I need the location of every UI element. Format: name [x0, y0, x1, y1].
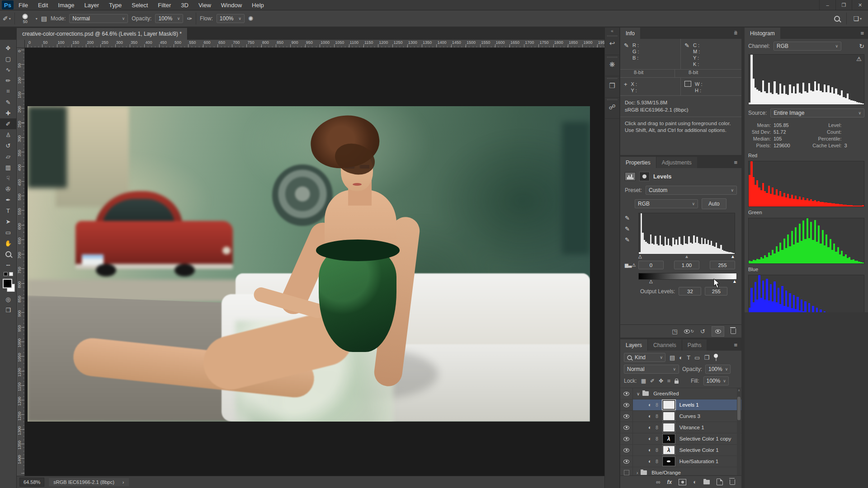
filter-type-layers-icon[interactable]: T: [687, 354, 690, 361]
layer-visibility-cell[interactable]: [620, 422, 633, 433]
blend-mode-select[interactable]: Normal∨: [69, 14, 128, 23]
eye-icon[interactable]: [623, 460, 629, 464]
histogram-channel-select[interactable]: RGB∨: [774, 42, 841, 51]
wheel-panel-icon[interactable]: ❋: [609, 61, 615, 69]
eye-icon[interactable]: [623, 426, 629, 430]
zoom-level-field[interactable]: 64.58%: [19, 478, 44, 487]
eye-icon[interactable]: [623, 448, 629, 452]
wheel-panel-icon-cell[interactable]: ❋: [605, 55, 619, 76]
clone-source-panel-icon-cell[interactable]: ☍: [605, 98, 619, 119]
lock-transparency-icon[interactable]: ▦: [641, 378, 646, 384]
levels-preset-select[interactable]: Custom∨: [646, 186, 737, 195]
color-swatches[interactable]: [0, 278, 16, 294]
airbrush-icon[interactable]: ✺: [248, 15, 254, 22]
layer-row-green-red[interactable]: ∨Green/Red: [620, 388, 741, 399]
workspace-icon[interactable]: ❏▾: [853, 15, 862, 22]
pressure-opacity-icon[interactable]: ✑: [187, 15, 192, 22]
panel-menu-icon[interactable]: ≡: [734, 159, 738, 166]
layer-row-selective-color-1-copy[interactable]: ◐8λSelective Color 1 copy: [620, 433, 741, 445]
more-tools-ellipsis[interactable]: •••: [0, 259, 16, 270]
status-chevron-icon[interactable]: ›: [123, 479, 124, 485]
link-layers-icon[interactable]: ∞: [656, 479, 660, 485]
close-button[interactable]: ✕: [852, 0, 868, 10]
expand-panels-icon[interactable]: «: [605, 28, 619, 34]
hand-tool[interactable]: ✋: [0, 238, 16, 249]
new-group-icon[interactable]: [703, 480, 710, 484]
crop-tool[interactable]: ⌗: [0, 86, 16, 97]
spot-healing-brush-tool[interactable]: ✚: [0, 108, 16, 118]
foreground-color-swatch[interactable]: [3, 279, 12, 288]
layer-row-hue-saturation-1[interactable]: ◐8Hue/Saturation 1: [620, 456, 741, 467]
path-selection-tool[interactable]: ➤: [0, 216, 16, 227]
eye-icon[interactable]: [623, 403, 629, 407]
reset-adjustment-icon[interactable]: ↺: [700, 328, 705, 335]
libraries-panel-icon-cell[interactable]: ❐: [605, 76, 619, 98]
layer-name[interactable]: Selective Color 1: [679, 447, 719, 453]
layer-name[interactable]: Vibrance 1: [679, 425, 704, 430]
smudge-tool[interactable]: ☟: [0, 173, 16, 183]
menu-file[interactable]: File: [14, 0, 33, 10]
output-white-slider[interactable]: ▲: [732, 279, 737, 284]
layer-name[interactable]: Blue/Orange: [651, 470, 681, 475]
layers-scrollbar[interactable]: ∧ ∨: [737, 388, 741, 479]
layer-row-body[interactable]: ◐8λSelective Color 1: [633, 445, 741, 455]
flow-select[interactable]: 100%∨: [217, 14, 245, 23]
menu-3d[interactable]: 3D: [176, 0, 193, 10]
layer-mask-thumbnail[interactable]: [663, 423, 675, 432]
brush-tool-icon[interactable]: ✐▾: [3, 15, 11, 22]
restore-button[interactable]: ❐: [835, 0, 852, 10]
libraries-panel-icon[interactable]: ❐: [609, 82, 615, 90]
layer-style-icon[interactable]: fx: [667, 479, 672, 485]
chevron-down-icon[interactable]: ∨: [637, 391, 640, 396]
menu-window[interactable]: Window: [216, 0, 247, 10]
toggle-visibility-icon[interactable]: [712, 326, 724, 337]
layer-mask-thumbnail[interactable]: [663, 457, 675, 466]
layer-mask-icon[interactable]: [639, 172, 650, 181]
document-profile-status[interactable]: sRGB IEC61966-2.1 (8bpc)›: [49, 478, 128, 486]
menu-edit[interactable]: Edit: [33, 0, 53, 10]
history-panel-icon-cell[interactable]: ↩: [605, 34, 619, 55]
chevron-down-icon[interactable]: ▾: [36, 17, 38, 21]
layer-visibility-cell[interactable]: [620, 456, 633, 467]
gradient-tool[interactable]: ▥: [0, 162, 16, 173]
dodge-tool[interactable]: ✇: [0, 183, 16, 194]
layer-row-vibrance-1[interactable]: ◐8Vibrance 1: [620, 422, 741, 433]
rectangle-tool[interactable]: ▭: [0, 227, 16, 238]
visibility-checkbox[interactable]: [624, 470, 629, 475]
levels-channel-select[interactable]: RGB∨: [635, 199, 698, 208]
tab-properties[interactable]: Properties: [620, 157, 656, 168]
rectangular-marquee-tool[interactable]: ▢: [0, 53, 16, 64]
menu-help[interactable]: Help: [247, 0, 269, 10]
white-point-eyedropper-icon[interactable]: ✎: [625, 236, 638, 243]
type-tool[interactable]: T: [0, 205, 16, 216]
output-black-slider[interactable]: △: [649, 279, 653, 284]
layer-name[interactable]: Selective Color 1 copy: [679, 436, 731, 441]
refresh-histogram-icon[interactable]: ↻: [859, 42, 864, 50]
layer-mask-thumbnail[interactable]: λ: [663, 446, 675, 455]
delete-layer-icon[interactable]: [730, 479, 735, 485]
scrollbar-thumb[interactable]: [737, 397, 741, 420]
eye-icon[interactable]: [623, 414, 629, 418]
scroll-up-icon[interactable]: ∧: [738, 388, 740, 392]
black-point-eyedropper-icon[interactable]: ✎: [625, 215, 638, 221]
input-black-field[interactable]: 0: [638, 261, 664, 269]
eyedropper-icon[interactable]: ✎: [624, 42, 629, 67]
input-gamma-field[interactable]: 1.00: [674, 261, 699, 269]
layer-visibility-cell[interactable]: [620, 388, 633, 399]
history-panel-icon[interactable]: ↩: [609, 39, 615, 47]
new-adjustment-layer-icon[interactable]: ◐: [693, 479, 697, 485]
layer-row-body[interactable]: ∨Green/Red: [633, 388, 741, 399]
histogram-source-select[interactable]: Entire Image∨: [770, 108, 864, 117]
document-tab[interactable]: creative-color-corrections.psd @ 64.6% (…: [17, 28, 188, 40]
layer-fill-select[interactable]: 100%∨: [703, 376, 729, 385]
layer-blend-mode-select[interactable]: Normal∨: [624, 365, 679, 374]
layer-name[interactable]: Green/Red: [653, 391, 679, 396]
eye-icon[interactable]: [623, 437, 629, 441]
output-black-field[interactable]: 32: [679, 287, 701, 296]
layer-row-body[interactable]: ◐8Levels 1: [633, 399, 741, 410]
search-icon[interactable]: [834, 16, 840, 22]
toggle-brush-panel-icon[interactable]: ▤: [41, 15, 47, 22]
eraser-tool[interactable]: ▱: [0, 151, 16, 162]
brush-tool[interactable]: ✐: [0, 118, 16, 129]
eyedropper-tool[interactable]: ✎: [0, 97, 16, 108]
